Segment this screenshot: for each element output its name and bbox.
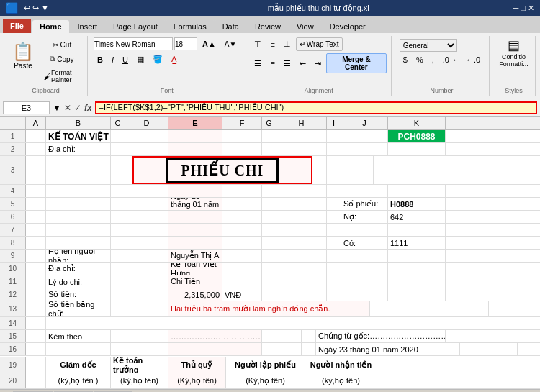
cell-k4[interactable] xyxy=(388,185,446,197)
font-name-input[interactable] xyxy=(94,37,173,50)
cell-k6[interactable]: 642 xyxy=(388,211,446,223)
copy-button[interactable]: ⧉ Copy xyxy=(40,53,84,65)
cell-k19[interactable]: Người nhận tiền xyxy=(305,357,377,373)
cell-e2[interactable] xyxy=(168,143,222,155)
window-controls[interactable]: ─ □ ✕ xyxy=(513,4,534,13)
cell-h16[interactable]: Ngày 23 tháng 01 năm 2020 xyxy=(316,343,460,355)
cell-c15[interactable] xyxy=(111,330,125,342)
cell-d8[interactable] xyxy=(125,237,168,249)
cell-h6[interactable] xyxy=(276,211,327,223)
cell-e13[interactable]: Hai triệu ba trăm mười lăm nghìn đồng ch… xyxy=(168,301,370,316)
cell-k2[interactable] xyxy=(388,143,446,155)
currency-button[interactable]: $ xyxy=(400,53,411,66)
col-header-j[interactable]: J xyxy=(341,117,388,129)
cell-h9[interactable] xyxy=(276,250,327,262)
cell-g7[interactable] xyxy=(262,224,276,236)
cell-b4[interactable] xyxy=(46,185,111,197)
cell-c20[interactable]: (ký,họ tên) xyxy=(111,373,168,388)
cell-k1[interactable]: PCH0888 xyxy=(388,130,446,142)
cell-d5[interactable] xyxy=(125,198,168,210)
cell-a12[interactable] xyxy=(26,288,46,301)
cell-b16[interactable] xyxy=(46,343,111,355)
cell-e20[interactable]: (Ký,họ tên) xyxy=(168,373,226,388)
cell-e5[interactable]: Ngày 23 tháng 01 năm 2020 xyxy=(168,198,222,210)
percent-button[interactable]: % xyxy=(413,53,427,66)
align-top-button[interactable]: ⊤ xyxy=(251,37,265,51)
cell-e12[interactable]: 2,315,000 xyxy=(168,288,222,301)
cell-f9[interactable] xyxy=(222,250,262,262)
cell-h11[interactable] xyxy=(276,275,327,288)
cell-d4[interactable] xyxy=(125,185,168,197)
cell-a5[interactable] xyxy=(26,198,46,210)
cell-a16[interactable] xyxy=(26,343,46,355)
cell-k11[interactable] xyxy=(388,275,446,288)
cell-j13[interactable] xyxy=(384,301,431,316)
cell-h2[interactable] xyxy=(276,143,327,155)
cell-i12[interactable] xyxy=(327,288,341,301)
cell-h7[interactable] xyxy=(276,224,327,236)
cell-c10[interactable] xyxy=(111,263,125,275)
cell-k10[interactable] xyxy=(388,263,446,275)
cell-f8[interactable] xyxy=(222,237,262,249)
cell-h10[interactable] xyxy=(276,263,327,275)
cell-e3-merged[interactable]: PHIẾU CHI xyxy=(132,156,312,184)
cell-b14-merged[interactable] xyxy=(46,317,449,329)
cell-g8[interactable] xyxy=(262,237,276,249)
cell-i6[interactable] xyxy=(327,211,341,223)
cell-e4[interactable] xyxy=(168,185,222,197)
col-header-f[interactable]: F xyxy=(222,117,262,129)
cell-g10[interactable] xyxy=(262,263,276,275)
cell-c12[interactable] xyxy=(111,288,125,301)
underline-button[interactable]: U xyxy=(119,53,132,66)
cell-a9[interactable] xyxy=(26,250,46,262)
paste-button[interactable]: 📋 Paste xyxy=(8,37,38,73)
cell-d2[interactable] xyxy=(125,143,168,155)
fill-color-button[interactable]: 🪣 xyxy=(149,53,166,66)
col-header-a[interactable]: A xyxy=(26,117,46,129)
italic-button[interactable]: I xyxy=(108,53,117,66)
cell-h8[interactable] xyxy=(276,237,327,249)
cell-b19[interactable]: Giám đốc xyxy=(46,357,111,373)
cell-j11[interactable] xyxy=(341,275,388,288)
cell-c19[interactable]: Kế toán trưởng xyxy=(111,357,168,373)
cell-j9[interactable] xyxy=(341,250,388,262)
cell-e19[interactable]: Thủ quỹ xyxy=(168,357,226,373)
cell-b6[interactable] xyxy=(46,211,111,223)
font-color-button[interactable]: A̲ xyxy=(168,53,181,66)
tab-page-layout[interactable]: Page Layout xyxy=(106,20,165,33)
cell-c7[interactable] xyxy=(111,224,125,236)
cell-c6[interactable] xyxy=(111,211,125,223)
col-header-c[interactable]: C xyxy=(111,117,125,129)
cell-d10[interactable] xyxy=(125,263,168,275)
border-button[interactable]: ▦ xyxy=(133,53,148,66)
cell-i5[interactable] xyxy=(327,198,341,210)
decrease-font-button[interactable]: A▼ xyxy=(221,38,240,50)
cell-i9[interactable] xyxy=(327,250,341,262)
cell-h15[interactable]: Chứng từ gốc:……………………………… xyxy=(316,330,446,342)
cell-b15[interactable]: Kèm theo xyxy=(46,330,111,342)
cell-d11[interactable] xyxy=(125,275,168,288)
cell-h5[interactable] xyxy=(276,198,327,210)
col-header-g[interactable]: G xyxy=(262,117,276,129)
cell-g1[interactable] xyxy=(262,130,276,142)
cell-a6[interactable] xyxy=(26,211,46,223)
fx-icon[interactable]: fx xyxy=(84,103,92,113)
col-header-d[interactable]: D xyxy=(125,117,168,129)
align-center-button[interactable]: ≡ xyxy=(266,53,278,73)
cell-a7[interactable] xyxy=(26,224,46,236)
decrease-decimal-button[interactable]: ←.0 xyxy=(462,53,484,66)
cell-f4[interactable] xyxy=(222,185,262,197)
cell-c11[interactable] xyxy=(111,275,125,288)
cell-b10[interactable]: Địa chỉ: xyxy=(46,263,111,275)
cell-a3[interactable] xyxy=(26,156,46,184)
cell-c13[interactable] xyxy=(111,301,125,316)
cell-j7[interactable] xyxy=(341,224,388,236)
align-middle-button[interactable]: ≡ xyxy=(266,37,278,51)
cell-f7[interactable] xyxy=(222,224,262,236)
format-painter-button[interactable]: 🖌Format Painter xyxy=(40,67,84,86)
col-header-h[interactable]: H xyxy=(276,117,327,129)
indent-increase-button[interactable]: ⇥ xyxy=(311,53,325,73)
cell-a15[interactable] xyxy=(26,330,46,342)
col-header-k[interactable]: K xyxy=(388,117,446,129)
cell-e15[interactable]: ……………………………… xyxy=(168,330,262,342)
